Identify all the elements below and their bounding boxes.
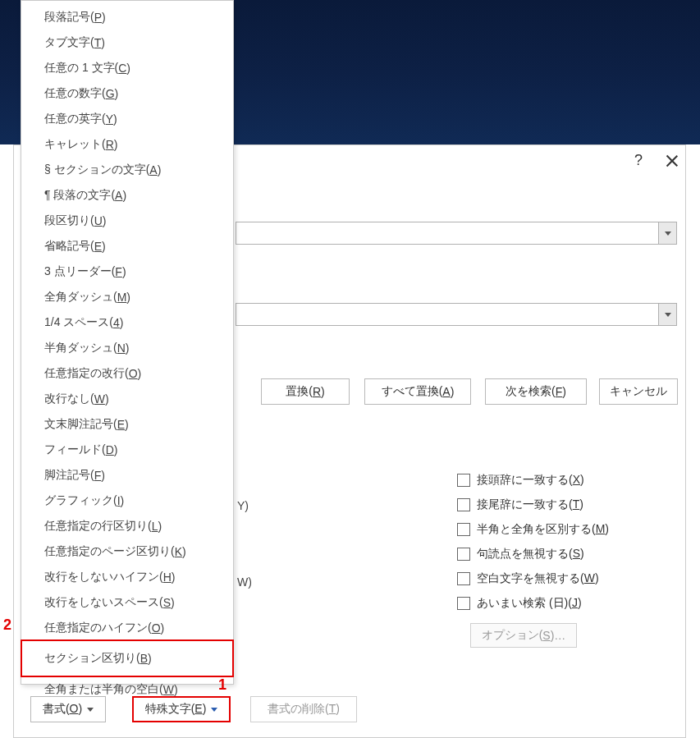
checkbox-label: 接尾辞に一致する(T) — [477, 497, 583, 512]
checkbox-label: 句読点を無視する(S) — [477, 547, 584, 562]
menu-item-section-break[interactable]: セクション区切り(B) — [21, 640, 233, 676]
menu-item-section-char[interactable]: § セクションの文字(A) — [21, 157, 233, 182]
checkbox-icon — [457, 498, 470, 511]
checkbox-label: 空白文字を無視する(W) — [477, 571, 599, 586]
replace-with-combo[interactable] — [236, 303, 677, 326]
menu-item-column-break[interactable]: 段区切り(U) — [21, 208, 233, 233]
obscured-text-y: Y) — [237, 499, 249, 512]
menu-item-no-break[interactable]: 改行なし(W) — [21, 386, 233, 411]
checkbox-icon — [457, 572, 470, 585]
menu-item-endnote-mark[interactable]: 文末脚注記号(E) — [21, 411, 233, 437]
checkbox-icon — [457, 597, 470, 610]
checkbox-ignore-whitespace[interactable]: 空白文字を無視する(W) — [457, 566, 609, 591]
menu-item-any-digit[interactable]: 任意の数字(G) — [21, 80, 233, 106]
menu-item-any-letter[interactable]: 任意の英字(Y) — [21, 106, 233, 131]
options-button: オプション(S)… — [470, 623, 577, 648]
find-next-button[interactable]: 次を検索(F) — [485, 378, 587, 405]
menu-item-any-character[interactable]: 任意の 1 文字(C) — [21, 55, 233, 80]
checkbox-match-suffix[interactable]: 接尾辞に一致する(T) — [457, 493, 609, 517]
checkbox-icon — [457, 474, 470, 487]
menu-item-paragraph-mark[interactable]: 段落記号(P) — [21, 4, 233, 30]
annotation-2: 2 — [3, 617, 11, 634]
cancel-button[interactable]: キャンセル — [599, 378, 678, 405]
menu-item-nonbreaking-space[interactable]: 改行をしないスペース(S) — [21, 589, 233, 615]
dropdown-button[interactable] — [658, 304, 676, 325]
replace-button[interactable]: 置換(R) — [261, 378, 350, 405]
button-label: 特殊文字(E) — [145, 702, 207, 717]
replace-all-button[interactable]: すべて置換(A) — [364, 378, 471, 405]
checkbox-icon — [457, 523, 470, 536]
checkbox-label: あいまい検索 (日)(J) — [477, 596, 582, 611]
obscured-text-w: W) — [237, 575, 252, 589]
checkbox-icon — [457, 548, 470, 561]
checkbox-fuzzy-japanese[interactable]: あいまい検索 (日)(J) — [457, 591, 609, 616]
menu-item-paragraph-char[interactable]: ¶ 段落の文字(A) — [21, 182, 233, 208]
close-icon[interactable] — [666, 154, 679, 167]
menu-item-quarter-space[interactable]: 1/4 スペース(4) — [21, 309, 233, 335]
menu-item-caret[interactable]: キャレット(R) — [21, 131, 233, 157]
menu-item-nonbreaking-hyphen[interactable]: 改行をしないハイフン(H) — [21, 564, 233, 589]
menu-item-tab-character[interactable]: タブ文字(T) — [21, 30, 233, 55]
clear-formatting-button: 書式の削除(T) — [250, 696, 357, 722]
checkbox-ignore-punctuation[interactable]: 句読点を無視する(S) — [457, 542, 609, 566]
button-label: 書式の削除(T) — [268, 702, 340, 717]
menu-item-field[interactable]: フィールド(D) — [21, 437, 233, 462]
menu-item-ellipsis[interactable]: 省略記号(E) — [21, 233, 233, 259]
menu-item-graphic[interactable]: グラフィック(I) — [21, 488, 233, 513]
button-label: 書式(O) — [43, 702, 82, 717]
chevron-down-icon — [665, 231, 671, 236]
menu-item-optional-hyphen[interactable]: 任意指定のハイフン(O) — [21, 615, 233, 640]
checkbox-match-width[interactable]: 半角と全角を区別する(M) — [457, 517, 609, 542]
menu-item-optional-break[interactable]: 任意指定の改行(O) — [21, 360, 233, 386]
menu-item-manual-line-break[interactable]: 任意指定の行区切り(L) — [21, 513, 233, 539]
menu-item-footnote-mark[interactable]: 脚注記号(F) — [21, 462, 233, 488]
help-icon[interactable]: ? — [634, 152, 643, 169]
menu-item-3dot-leader[interactable]: 3 点リーダー(F) — [21, 259, 233, 284]
chevron-down-icon — [211, 708, 217, 712]
annotation-1: 1 — [218, 676, 226, 694]
search-options-group: 接頭辞に一致する(X) 接尾辞に一致する(T) 半角と全角を区別する(M) 句読… — [457, 468, 609, 616]
find-what-combo[interactable] — [236, 222, 677, 245]
titlebar-buttons: ? — [634, 152, 679, 169]
dropdown-button[interactable] — [658, 222, 676, 244]
menu-item-em-dash[interactable]: 全角ダッシュ(M) — [21, 284, 233, 309]
special-characters-menu: 段落記号(P) タブ文字(T) 任意の 1 文字(C) 任意の数字(G) 任意の… — [21, 0, 234, 685]
checkbox-label: 接頭辞に一致する(X) — [477, 473, 584, 488]
chevron-down-icon — [87, 708, 94, 712]
chevron-down-icon — [665, 313, 671, 317]
menu-item-white-space[interactable]: 全角または半角の空白(W) — [21, 676, 233, 702]
checkbox-match-prefix[interactable]: 接頭辞に一致する(X) — [457, 468, 609, 493]
checkbox-label: 半角と全角を区別する(M) — [477, 522, 609, 537]
menu-item-en-dash[interactable]: 半角ダッシュ(N) — [21, 335, 233, 360]
menu-item-manual-page-break[interactable]: 任意指定のページ区切り(K) — [21, 539, 233, 564]
